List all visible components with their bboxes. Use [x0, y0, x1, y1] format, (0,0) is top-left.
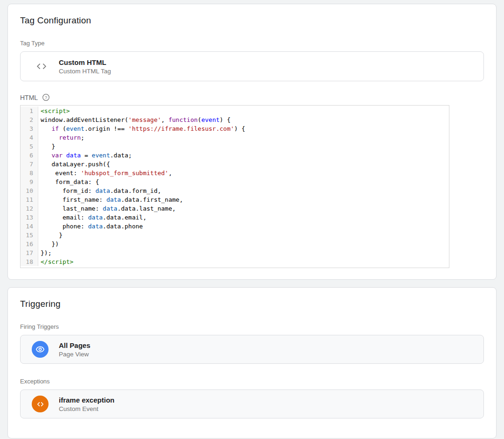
code-text[interactable]: email: data.data.email, [38, 213, 147, 222]
line-number: 1 [21, 106, 38, 115]
html-field-header: HTML ? [20, 93, 484, 101]
code-line: 1<script> [21, 106, 449, 115]
code-text[interactable]: }) [38, 240, 59, 248]
code-line: 14 phone: data.data.phone [21, 222, 449, 231]
line-number: 16 [21, 240, 38, 248]
line-number: 7 [21, 160, 38, 169]
code-line: 10 form_id: data.data.form_id, [21, 186, 449, 195]
exception-name: iframe exception [59, 396, 114, 404]
code-text[interactable]: phone: data.data.phone [38, 222, 143, 231]
line-number: 12 [21, 204, 38, 213]
line-number: 6 [21, 151, 38, 160]
line-number: 5 [21, 142, 38, 151]
code-icon [32, 396, 49, 412]
code-text[interactable]: if (event.origin !== 'https://iframe.fil… [38, 124, 245, 133]
code-text[interactable]: event: 'hubspot_form_submitted', [38, 169, 172, 177]
line-number: 2 [21, 115, 38, 124]
code-text[interactable]: <script> [38, 106, 70, 115]
line-number: 17 [21, 248, 38, 257]
code-brackets-icon [34, 61, 49, 72]
code-text[interactable]: form_id: data.data.form_id, [38, 186, 161, 195]
tag-type-name: Custom HTML [59, 58, 111, 66]
code-text[interactable]: dataLayer.push({ [38, 160, 110, 169]
code-text[interactable]: form_data: { [38, 177, 99, 186]
code-line: 15 } [21, 231, 449, 240]
line-number: 8 [21, 169, 38, 177]
code-text[interactable]: window.addEventListener('message', funct… [38, 115, 231, 124]
line-number: 13 [21, 213, 38, 222]
line-number: 3 [21, 124, 38, 133]
tag-type-label: Tag Type [20, 40, 484, 47]
code-line: 3 if (event.origin !== 'https://iframe.f… [21, 124, 449, 133]
firing-triggers-label: Firing Triggers [20, 323, 484, 330]
code-line: 12 last_name: data.data.last_name, [21, 204, 449, 213]
tag-type-description: Custom HTML Tag [59, 68, 111, 75]
code-line: 13 email: data.data.email, [21, 213, 449, 222]
svg-text:?: ? [45, 95, 47, 100]
line-number: 10 [21, 186, 38, 195]
tag-configuration-title: Tag Configuration [20, 15, 484, 26]
code-line: 18</script> [21, 257, 449, 266]
line-number: 18 [21, 257, 38, 266]
html-field-label: HTML [20, 94, 38, 101]
code-line: 17}); [21, 248, 449, 257]
code-line: 2window.addEventListener('message', func… [21, 115, 449, 124]
code-text[interactable]: first_name: data.data.first_name, [38, 195, 183, 204]
line-number: 9 [21, 177, 38, 186]
exceptions-label: Exceptions [20, 378, 484, 385]
code-text[interactable]: return; [38, 133, 84, 142]
code-line: 8 event: 'hubspot_form_submitted', [21, 169, 449, 177]
code-line: 16 }) [21, 240, 449, 248]
line-number: 15 [21, 231, 38, 240]
line-number: 4 [21, 133, 38, 142]
exception-row-iframe[interactable]: iframe exception Custom Event [20, 389, 484, 418]
code-text[interactable]: </script> [38, 257, 73, 266]
code-editor-lines: 1<script>2window.addEventListener('messa… [21, 106, 449, 266]
tag-type-card[interactable]: Custom HTML Custom HTML Tag [20, 51, 484, 81]
trigger-type: Page View [59, 351, 91, 358]
tag-configuration-card[interactable]: Tag Configuration Tag Type Custom HTML C… [7, 4, 497, 280]
code-line: 4 return; [21, 133, 449, 142]
code-text[interactable]: last_name: data.data.last_name, [38, 204, 176, 213]
code-line: 5 } [21, 142, 449, 151]
code-line: 7 dataLayer.push({ [21, 160, 449, 169]
trigger-name: All Pages [59, 341, 91, 349]
code-line: 6 var data = event.data; [21, 151, 449, 160]
help-icon[interactable]: ? [42, 93, 50, 101]
line-number: 14 [21, 222, 38, 231]
eye-icon [32, 341, 49, 358]
html-code-editor[interactable]: 1<script>2window.addEventListener('messa… [20, 105, 449, 268]
code-text[interactable]: }); [38, 248, 51, 257]
code-line: 9 form_data: { [21, 177, 449, 186]
code-text[interactable]: var data = event.data; [38, 151, 132, 160]
code-text[interactable]: } [38, 142, 55, 151]
exception-type: Custom Event [59, 405, 114, 412]
triggering-title: Triggering [20, 299, 484, 309]
line-number: 11 [21, 195, 38, 204]
trigger-row-all-pages[interactable]: All Pages Page View [20, 335, 484, 364]
code-text[interactable]: } [38, 231, 63, 240]
code-line: 11 first_name: data.data.first_name, [21, 195, 449, 204]
triggering-card[interactable]: Triggering Firing Triggers All Pages Pag… [7, 287, 497, 439]
